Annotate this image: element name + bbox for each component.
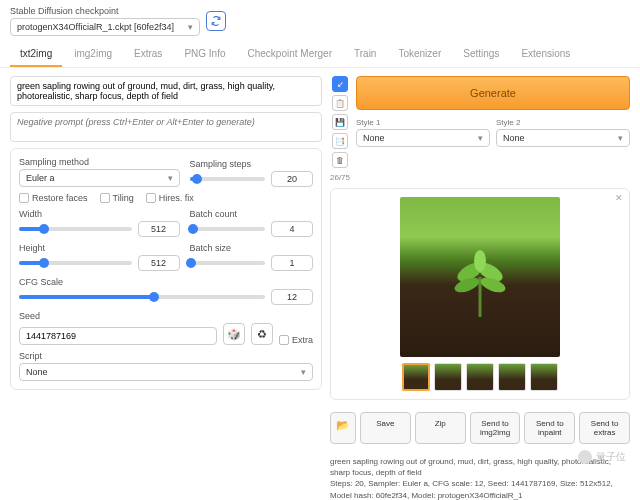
width-value[interactable]: 512 bbox=[138, 221, 180, 237]
tab-txt2img[interactable]: txt2img bbox=[10, 42, 62, 67]
recycle-icon: ♻ bbox=[257, 328, 267, 341]
seed-input[interactable] bbox=[19, 327, 217, 345]
tab-img2img[interactable]: img2img bbox=[64, 42, 122, 67]
cfg-value[interactable]: 12 bbox=[271, 289, 313, 305]
cfg-slider[interactable] bbox=[19, 295, 265, 299]
batch-count-value[interactable]: 4 bbox=[271, 221, 313, 237]
script-select[interactable]: None bbox=[19, 363, 313, 381]
interrogate-button[interactable]: ↙ bbox=[332, 76, 348, 92]
generated-image[interactable] bbox=[400, 197, 560, 357]
clipboard-icon: 📋 bbox=[335, 99, 345, 108]
tab-extensions[interactable]: Extensions bbox=[511, 42, 580, 67]
refresh-icon bbox=[211, 16, 221, 26]
apply-style-button[interactable]: 📑 bbox=[332, 133, 348, 149]
batch-count-label: Batch count bbox=[190, 209, 313, 219]
reuse-seed-button[interactable]: ♻ bbox=[251, 323, 273, 345]
style2-select[interactable]: None bbox=[496, 129, 630, 147]
thumbnail-3[interactable] bbox=[466, 363, 494, 391]
restore-faces-checkbox[interactable]: Restore faces bbox=[19, 193, 88, 203]
tab-checkpoint-merger[interactable]: Checkpoint Merger bbox=[238, 42, 342, 67]
checkpoint-select[interactable]: protogenX34OfficialR_1.ckpt [60fe2f34] bbox=[10, 18, 200, 36]
preview-panel: ✕ bbox=[330, 188, 630, 400]
extra-seed-checkbox[interactable]: Extra bbox=[279, 335, 313, 345]
batch-count-slider[interactable] bbox=[190, 227, 265, 231]
dice-icon: 🎲 bbox=[227, 328, 241, 341]
tab-pnginfo[interactable]: PNG Info bbox=[174, 42, 235, 67]
send-inpaint-button[interactable]: Send to inpaint bbox=[524, 412, 575, 444]
style1-select[interactable]: None bbox=[356, 129, 490, 147]
watermark: 量子位 bbox=[578, 450, 626, 464]
height-label: Height bbox=[19, 243, 180, 253]
cfg-label: CFG Scale bbox=[19, 277, 313, 287]
sampling-steps-label: Sampling steps bbox=[190, 159, 313, 169]
thumbnail-4[interactable] bbox=[498, 363, 526, 391]
thumbnail-2[interactable] bbox=[434, 363, 462, 391]
random-seed-button[interactable]: 🎲 bbox=[223, 323, 245, 345]
svg-point-4 bbox=[474, 250, 486, 272]
tab-settings[interactable]: Settings bbox=[453, 42, 509, 67]
sampling-method-select[interactable]: Euler a bbox=[19, 169, 180, 187]
checkpoint-label: Stable Diffusion checkpoint bbox=[10, 6, 200, 16]
style1-label: Style 1 bbox=[356, 118, 490, 127]
send-img2img-button[interactable]: Send to img2img bbox=[470, 412, 521, 444]
trash-icon: 🗑 bbox=[336, 156, 344, 165]
reload-checkpoint-button[interactable] bbox=[206, 11, 226, 31]
height-slider[interactable] bbox=[19, 261, 132, 265]
sampling-steps-slider[interactable] bbox=[190, 177, 265, 181]
tab-tokenizer[interactable]: Tokenizer bbox=[388, 42, 451, 67]
sampling-steps-value[interactable]: 20 bbox=[271, 171, 313, 187]
script-label: Script bbox=[19, 351, 313, 361]
width-slider[interactable] bbox=[19, 227, 132, 231]
paint-icon: 📑 bbox=[335, 137, 345, 146]
generate-button[interactable]: Generate bbox=[356, 76, 630, 110]
save-style-button[interactable]: 💾 bbox=[332, 114, 348, 130]
arrow-icon: ↙ bbox=[337, 80, 344, 89]
tab-train[interactable]: Train bbox=[344, 42, 386, 67]
batch-size-value[interactable]: 1 bbox=[271, 255, 313, 271]
save-button[interactable]: Save bbox=[360, 412, 411, 444]
save-icon: 💾 bbox=[335, 118, 345, 127]
thumbnail-5[interactable] bbox=[530, 363, 558, 391]
close-preview-button[interactable]: ✕ bbox=[615, 193, 623, 203]
prompt-input[interactable]: green sapling rowing out of ground, mud,… bbox=[10, 76, 322, 106]
width-label: Width bbox=[19, 209, 180, 219]
batch-size-slider[interactable] bbox=[190, 261, 265, 265]
send-extras-button[interactable]: Send to extras bbox=[579, 412, 630, 444]
folder-icon: 📂 bbox=[336, 419, 350, 431]
tab-extras[interactable]: Extras bbox=[124, 42, 172, 67]
seed-label: Seed bbox=[19, 311, 313, 321]
token-counter: 26/75 bbox=[330, 173, 350, 182]
batch-size-label: Batch size bbox=[190, 243, 313, 253]
open-folder-button[interactable]: 📂 bbox=[330, 412, 356, 444]
tiling-checkbox[interactable]: Tiling bbox=[100, 193, 134, 203]
negative-prompt-input[interactable] bbox=[10, 112, 322, 142]
delete-button[interactable]: 🗑 bbox=[332, 152, 348, 168]
thumbnail-1[interactable] bbox=[402, 363, 430, 391]
sampling-method-label: Sampling method bbox=[19, 157, 180, 167]
clear-prompt-button[interactable]: 📋 bbox=[332, 95, 348, 111]
style2-label: Style 2 bbox=[496, 118, 630, 127]
height-value[interactable]: 512 bbox=[138, 255, 180, 271]
hires-fix-checkbox[interactable]: Hires. fix bbox=[146, 193, 194, 203]
main-tabs: txt2img img2img Extras PNG Info Checkpoi… bbox=[0, 42, 640, 68]
zip-button[interactable]: Zip bbox=[415, 412, 466, 444]
